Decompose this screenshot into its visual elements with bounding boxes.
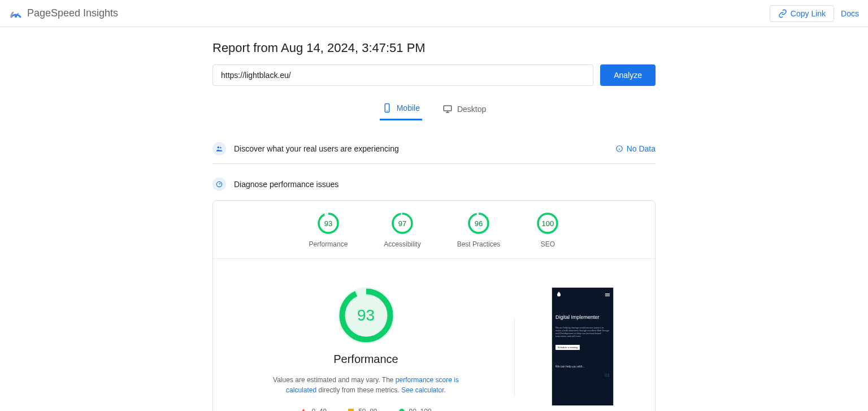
info-icon [615, 145, 623, 153]
performance-name: Performance [333, 353, 398, 366]
docs-link[interactable]: Docs [841, 9, 859, 18]
header-right: Copy Link Docs [770, 5, 859, 22]
gauge-ring: 93 [317, 212, 340, 235]
svg-point-8 [220, 147, 222, 149]
performance-big-gauge: 93 [338, 287, 394, 344]
gauge-score: 96 [467, 212, 490, 235]
diagnose-badge-icon [212, 178, 226, 191]
tab-mobile-label: Mobile [397, 103, 420, 113]
preview-header [555, 291, 610, 298]
app-title: PageSpeed Insights [27, 7, 118, 19]
performance-description: Values are estimated and may vary. The p… [270, 375, 462, 395]
legend-fail: 0–49 [300, 408, 327, 411]
url-input[interactable] [212, 64, 593, 86]
gauge-accessibility[interactable]: 97Accessibility [384, 212, 420, 248]
legend-average: 50–89 [348, 408, 377, 411]
preview-body: We are helping startups and business own… [555, 326, 610, 338]
svg-line-13 [219, 183, 220, 184]
no-data-label: No Data [627, 144, 656, 153]
gauge-score: 93 [317, 212, 340, 235]
phone-preview: Digital Implementer We are helping start… [552, 287, 614, 406]
svg-point-7 [218, 146, 220, 149]
analyze-button[interactable]: Analyze [600, 64, 656, 86]
see-calculator-link[interactable]: See calculator. [401, 386, 446, 394]
performance-left: 93 Performance Values are estimated and … [229, 287, 503, 411]
users-badge-icon [212, 142, 226, 155]
mobile-icon [382, 103, 392, 113]
diagnose-title: Diagnose performance issues [234, 180, 338, 189]
header-left: PageSpeed Insights [9, 7, 118, 20]
screenshot-preview: Digital Implementer We are helping start… [526, 287, 639, 406]
tab-desktop-label: Desktop [457, 105, 486, 114]
performance-score: 93 [338, 287, 394, 344]
gauge-label: Best Practices [457, 240, 501, 248]
gauge-score: 97 [391, 212, 414, 235]
diagnose-section: Diagnose performance issues [212, 178, 656, 194]
pagespeed-logo-icon [9, 7, 23, 20]
gauge-ring: 96 [467, 212, 490, 235]
performance-detail: 93 Performance Values are estimated and … [213, 259, 655, 411]
score-legend: 0–49 50–89 90–100 [300, 408, 431, 411]
device-tabs: Mobile Desktop [212, 97, 656, 120]
copy-link-button[interactable]: Copy Link [770, 5, 834, 22]
discover-title: Discover what your real users are experi… [234, 144, 399, 153]
scorecard: 93Performance97Accessibility96Best Pract… [212, 200, 656, 411]
gauge-ring: 100 [536, 212, 559, 235]
link-icon [778, 9, 787, 18]
hamburger-icon [605, 293, 610, 296]
gauge-label: SEO [541, 240, 555, 248]
main-container: Report from Aug 14, 2024, 3:47:51 PM Ana… [212, 27, 656, 411]
gauge-performance[interactable]: 93Performance [309, 212, 348, 248]
discover-section: Discover what your real users are experi… [212, 134, 656, 164]
copy-link-label: Copy Link [791, 9, 826, 18]
square-icon [348, 409, 354, 411]
gauge-best-practices[interactable]: 96Best Practices [457, 212, 501, 248]
circle-icon [399, 409, 405, 411]
triangle-icon [300, 409, 307, 411]
gauge-score: 100 [536, 212, 559, 235]
preview-number: 01 [555, 373, 610, 378]
preview-title: Digital Implementer [555, 315, 610, 321]
app-header: PageSpeed Insights Copy Link Docs [0, 0, 868, 27]
gauge-label: Performance [309, 240, 348, 248]
gauges-row: 93Performance97Accessibility96Best Pract… [213, 212, 655, 259]
legend-pass: 90–100 [399, 408, 432, 411]
url-row: Analyze [212, 64, 656, 86]
tab-desktop[interactable]: Desktop [440, 97, 488, 120]
gauge-label: Accessibility [384, 240, 420, 248]
preview-logo-icon [555, 291, 562, 298]
tab-mobile[interactable]: Mobile [380, 97, 422, 120]
preview-cta: Schedule a meeting [555, 345, 580, 350]
gauge-ring: 97 [391, 212, 414, 235]
preview-footer: We can help you with... [555, 365, 610, 368]
report-title: Report from Aug 14, 2024, 3:47:51 PM [212, 41, 656, 55]
desktop-icon [442, 104, 453, 114]
vertical-divider [514, 318, 515, 397]
svg-rect-4 [444, 106, 452, 111]
gauge-seo[interactable]: 100SEO [536, 212, 559, 248]
no-data-link[interactable]: No Data [615, 144, 656, 153]
